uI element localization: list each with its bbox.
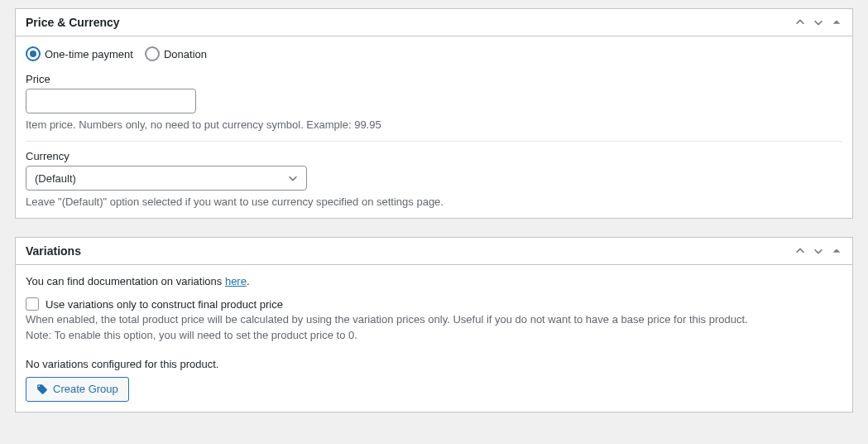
radio-one-time[interactable]: One-time payment [26, 46, 133, 61]
price-tag-icon [36, 384, 48, 395]
doc-suffix: . [247, 275, 250, 287]
radio-unchecked-icon [145, 46, 160, 61]
variations-header[interactable]: Variations [16, 238, 852, 265]
checkbox-label: Use variations only to construct final p… [46, 298, 283, 311]
doc-link[interactable]: here [225, 275, 247, 287]
currency-selected-value: (Default) [35, 172, 76, 185]
radio-label: Donation [164, 48, 207, 60]
price-helper: Item price. Numbers only, no need to put… [26, 118, 842, 131]
move-up-icon[interactable] [794, 245, 806, 257]
variations-doc-line: You can find documentation on variations… [26, 275, 842, 287]
doc-prefix: You can find documentation on variations [26, 275, 225, 287]
price-currency-body: One-time payment Donation Price Item pri… [16, 36, 852, 218]
variations-title: Variations [26, 244, 81, 258]
currency-select-wrap: (Default) [26, 166, 307, 191]
price-currency-header[interactable]: Price & Currency [16, 9, 852, 36]
variations-note-1: When enabled, the total product price wi… [26, 313, 842, 326]
create-group-button[interactable]: Create Group [26, 377, 129, 402]
currency-field-section: Currency (Default) Leave "(Default)" opt… [26, 150, 842, 208]
price-currency-panel: Price & Currency One-time payment Donati… [15, 8, 853, 219]
variations-note-2: Note: To enable this option, you will ne… [26, 329, 842, 341]
variations-body: You can find documentation on variations… [16, 265, 852, 412]
radio-donation[interactable]: Donation [145, 46, 207, 61]
collapse-icon[interactable] [831, 245, 842, 257]
price-field-section: Price Item price. Numbers only, no need … [26, 73, 842, 142]
currency-select[interactable]: (Default) [26, 166, 307, 191]
panel-controls [794, 245, 842, 257]
radio-label: One-time payment [45, 48, 133, 60]
create-group-label: Create Group [53, 382, 118, 397]
checkbox-unchecked-icon[interactable] [26, 297, 39, 311]
currency-label: Currency [26, 150, 842, 162]
variations-status: No variations configured for this produc… [26, 358, 842, 370]
use-variations-checkbox-row[interactable]: Use variations only to construct final p… [26, 297, 842, 311]
collapse-icon[interactable] [831, 17, 842, 28]
variations-panel: Variations You can find documentation on… [15, 237, 853, 413]
move-down-icon[interactable] [813, 17, 824, 28]
move-down-icon[interactable] [813, 245, 824, 257]
price-label: Price [26, 73, 842, 85]
payment-type-group: One-time payment Donation [26, 46, 842, 61]
price-input[interactable] [26, 89, 196, 113]
price-currency-title: Price & Currency [26, 16, 120, 29]
currency-helper: Leave "(Default)" option selected if you… [26, 195, 842, 208]
radio-checked-icon [26, 46, 41, 61]
move-up-icon[interactable] [794, 17, 806, 28]
panel-controls [794, 17, 842, 28]
